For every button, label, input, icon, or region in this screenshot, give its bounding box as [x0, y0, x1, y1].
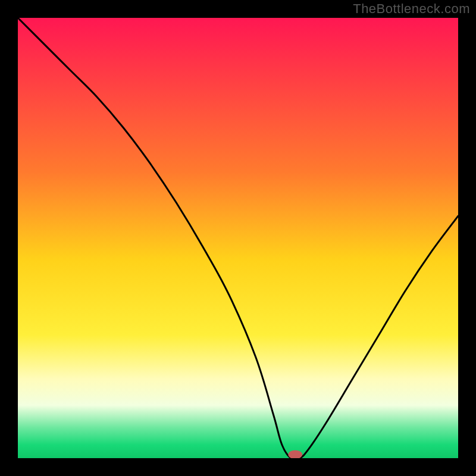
plot-area	[18, 18, 458, 458]
chart-frame: TheBottleneck.com	[0, 0, 476, 476]
watermark-text: TheBottleneck.com	[353, 1, 470, 17]
chart-svg	[18, 18, 458, 458]
